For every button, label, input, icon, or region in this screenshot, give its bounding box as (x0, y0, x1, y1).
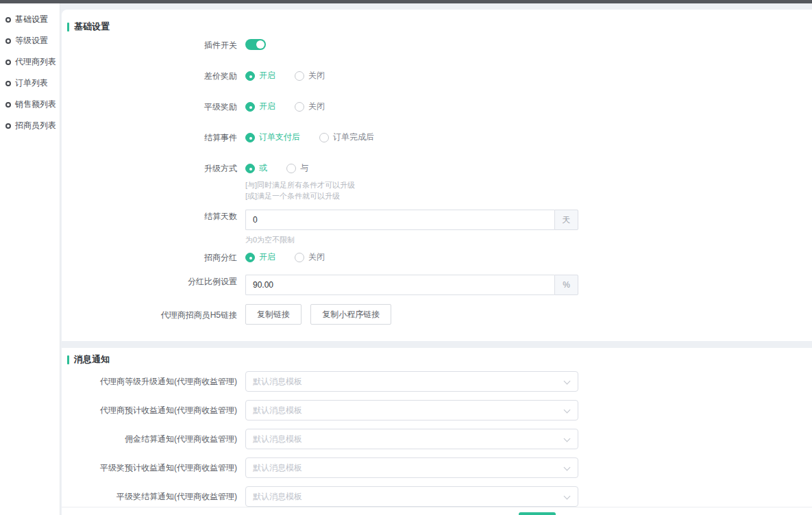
title-accent-bar (67, 355, 69, 364)
select-placeholder: 默认消息模板 (253, 491, 302, 503)
radio-label: 或 (259, 162, 267, 174)
commission-settle-notify-select[interactable]: 默认消息模板 (245, 429, 578, 449)
sidebar-item-recruiter-list[interactable]: 招商员列表 (0, 115, 60, 136)
radio-icon (245, 164, 255, 173)
save-button[interactable]: 保存 (519, 512, 556, 515)
section-title-text: 基础设置 (74, 21, 110, 33)
field-label: 佣金结算通知(代理商收益管理) (67, 434, 237, 444)
radio-peer-reward-off[interactable]: 关闭 (295, 101, 325, 112)
select-placeholder: 默认消息模板 (253, 434, 302, 445)
radio-price-reward-off[interactable]: 关闭 (295, 70, 325, 81)
chevron-down-icon (564, 378, 571, 385)
field-label: 代理商招商员H5链接 (67, 304, 237, 325)
form-row-commission-settle-notify: 佣金结算通知(代理商收益管理) 默认消息模板 (67, 429, 796, 449)
chevron-down-icon (564, 436, 571, 442)
radio-settle-after-pay[interactable]: 订单支付后 (245, 131, 300, 143)
field-label: 结算天数 (67, 210, 237, 245)
form-row-expected-income-notify: 代理商预计收益通知(代理商收益管理) 默认消息模板 (67, 400, 796, 420)
section-title-basic: 基础设置 (67, 21, 796, 33)
copy-link-button[interactable]: 复制链接 (245, 304, 302, 325)
notifications-card: 消息通知 代理商等级升级通知(代理商收益管理) 默认消息模板 代理商预计收益通知… (62, 348, 812, 507)
peer-expected-notify-select[interactable]: 默认消息模板 (245, 457, 578, 478)
section-title-notifications: 消息通知 (67, 353, 796, 366)
field-label: 结算事件 (67, 131, 237, 143)
field-label: 分红比例设置 (67, 275, 237, 295)
radio-label: 与 (300, 162, 308, 174)
form-row-upgrade-mode: 升级方式 或 与 [与]同时满足所有条件才可以升级 (67, 162, 796, 201)
sidebar-item-label: 招商员列表 (15, 121, 56, 130)
settle-days-unit: 天 (554, 210, 578, 230)
radio-recruit-dividend-off[interactable]: 关闭 (295, 251, 325, 263)
radio-icon (245, 102, 255, 112)
level-upgrade-notify-select[interactable]: 默认消息模板 (245, 371, 578, 392)
circle-bullet-icon (5, 17, 11, 23)
sidebar-item-agent-list[interactable]: 代理商列表 (0, 51, 60, 73)
radio-icon (286, 164, 296, 173)
radio-icon (245, 133, 255, 142)
radio-recruit-dividend-on[interactable]: 开启 (245, 251, 275, 263)
radio-icon (295, 102, 304, 112)
form-row-peer-expected-notify: 平级奖预计收益通知(代理商收益管理) 默认消息模板 (67, 457, 796, 478)
field-label: 差价奖励 (67, 69, 237, 81)
form-row-settle-days: 结算天数 天 为0为空不限制 (67, 210, 796, 245)
radio-settle-after-complete[interactable]: 订单完成后 (319, 131, 374, 143)
plugin-switch-toggle[interactable] (245, 39, 266, 50)
radio-label: 关闭 (308, 70, 325, 81)
expected-income-notify-select[interactable]: 默认消息模板 (245, 400, 578, 420)
circle-bullet-icon (5, 38, 11, 44)
field-label: 升级方式 (67, 162, 237, 201)
sidebar-item-label: 销售额列表 (15, 100, 56, 109)
form-row-h5-link: 代理商招商员H5链接 复制链接 复制小程序链接 (67, 304, 796, 325)
field-label: 平级奖结算通知(代理商收益管理) (67, 491, 237, 502)
radio-price-reward-on[interactable]: 开启 (245, 70, 275, 81)
field-label: 代理商等级升级通知(代理商收益管理) (67, 376, 237, 387)
form-row-settle-event: 结算事件 订单支付后 订单完成后 (67, 131, 796, 143)
select-placeholder: 默认消息模板 (253, 462, 302, 474)
radio-icon (245, 253, 255, 262)
field-label: 平级奖预计收益通知(代理商收益管理) (67, 462, 237, 473)
dividend-ratio-unit: % (554, 275, 578, 295)
radio-label: 关闭 (308, 251, 325, 263)
radio-label: 开启 (259, 251, 275, 263)
settle-days-input[interactable] (245, 210, 554, 230)
sidebar-item-order-list[interactable]: 订单列表 (0, 73, 60, 94)
radio-label: 关闭 (308, 101, 325, 112)
dividend-ratio-input[interactable] (245, 275, 554, 295)
chevron-down-icon (564, 464, 571, 471)
select-placeholder: 默认消息模板 (253, 405, 302, 416)
basic-settings-card: 基础设置 插件开关 差价奖励 开启 (62, 10, 812, 341)
circle-bullet-icon (5, 102, 11, 108)
toggle-knob (256, 40, 264, 49)
radio-upgrade-or[interactable]: 或 (245, 162, 267, 174)
sidebar-item-level-settings[interactable]: 等级设置 (0, 30, 60, 51)
form-row-peer-settle-notify: 平级奖结算通知(代理商收益管理) 默认消息模板 (67, 486, 796, 507)
form-row-dividend-ratio: 分红比例设置 % (67, 275, 796, 295)
radio-icon (295, 71, 304, 81)
circle-bullet-icon (5, 81, 11, 86)
chevron-down-icon (564, 493, 571, 500)
upgrade-mode-hint-or: [或]满足一个条件就可以升级 (245, 190, 355, 201)
copy-miniprogram-link-button[interactable]: 复制小程序链接 (310, 304, 391, 325)
form-row-plugin-switch: 插件开关 (67, 38, 796, 51)
sidebar-item-label: 代理商列表 (15, 58, 56, 66)
circle-bullet-icon (5, 60, 11, 65)
form-row-peer-reward: 平级奖励 开启 关闭 (67, 100, 796, 112)
title-accent-bar (67, 23, 69, 32)
sidebar-item-label: 订单列表 (15, 79, 48, 88)
field-label: 代理商预计收益通知(代理商收益管理) (67, 405, 237, 416)
peer-settle-notify-select[interactable]: 默认消息模板 (245, 486, 578, 507)
radio-upgrade-and[interactable]: 与 (286, 162, 308, 174)
radio-label: 订单完成后 (333, 131, 374, 143)
radio-label: 开启 (259, 70, 275, 81)
radio-peer-reward-on[interactable]: 开启 (245, 101, 275, 112)
sidebar-item-basic-settings[interactable]: 基础设置 (0, 9, 60, 30)
radio-icon (319, 133, 329, 142)
sidebar-item-label: 基础设置 (15, 15, 48, 24)
select-placeholder: 默认消息模板 (253, 376, 302, 388)
radio-label: 订单支付后 (259, 131, 300, 143)
form-row-level-upgrade-notify: 代理商等级升级通知(代理商收益管理) 默认消息模板 (67, 371, 796, 392)
sidebar-item-sales-list[interactable]: 销售额列表 (0, 94, 60, 115)
radio-icon (245, 71, 255, 81)
circle-bullet-icon (5, 123, 11, 129)
form-row-price-reward: 差价奖励 开启 关闭 (67, 69, 796, 81)
